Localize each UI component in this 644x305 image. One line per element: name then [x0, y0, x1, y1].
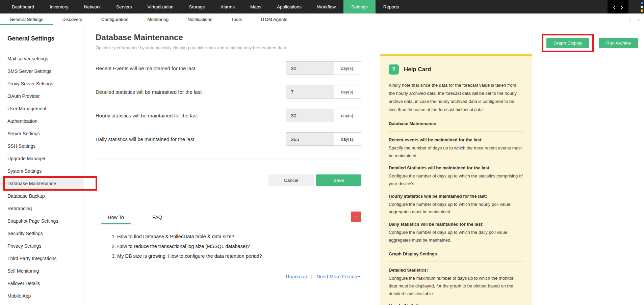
nav-item-dashboard[interactable]: Dashboard [4, 0, 42, 13]
need-more-features-link[interactable]: Need More Features [316, 274, 361, 279]
help-entry-title: Hourly Statistics: [389, 303, 523, 305]
collapse-section-button[interactable]: – [351, 212, 361, 222]
nav-item-workflow[interactable]: Workflow [309, 0, 343, 13]
nav-item-applications[interactable]: Applications [269, 0, 309, 13]
sidebar-item-self-monitoring[interactable]: Self Monitoring [0, 265, 83, 277]
save-button[interactable]: Save [316, 174, 361, 186]
subnav-item-itom-agents[interactable]: ITOM Agents [251, 13, 297, 25]
help-card-divider [389, 261, 523, 262]
sidebar-item-snapshot-page-settings[interactable]: Snapshot Page Settings [0, 215, 83, 227]
help-entry-detailed-statistics: Detailed Statistics will be maintained f… [389, 165, 523, 188]
daily-statistics-days-input[interactable] [286, 132, 334, 146]
tab-how-to[interactable]: How To [101, 215, 131, 224]
help-entry-body: Specify the number of days up to which t… [389, 144, 523, 160]
nav-item-storage[interactable]: Storage [181, 0, 213, 13]
sidebar-item-security-settings[interactable]: Security Settings [0, 227, 83, 240]
nav-item-servers[interactable]: Servers [108, 0, 140, 13]
annotation-box-graph-display: Graph Display [542, 34, 594, 52]
chevron-left-icon[interactable]: ‹ [613, 4, 615, 10]
sidebar-item-failover-details[interactable]: Failover Details [0, 277, 83, 289]
how-to-question-3[interactable]: 3.My DB size is growing. How to configur… [112, 253, 361, 259]
tab-faq[interactable]: FAQ [146, 215, 169, 224]
sidebar-item-database-backup[interactable]: Database Backup [0, 190, 83, 202]
days-unit-label: day(s). [334, 109, 361, 122]
form-row-detailed-statistics: Detailed statistics will be maintained f… [96, 85, 361, 99]
how-to-question-list: 1.How to find Database & PolledData tabl… [96, 234, 361, 259]
nav-item-reports[interactable]: Reports [376, 0, 407, 13]
subnav-item-discovery[interactable]: Discovery [53, 13, 92, 25]
sidebar-item-proxy-server-settings[interactable]: Proxy Server Settings [0, 77, 83, 90]
nav-item-virtualization[interactable]: Virtualization [140, 0, 181, 13]
question-number: 1. [112, 234, 116, 239]
help-entry-hourly-statistics: Hourly statistics will be maintained for… [389, 193, 523, 216]
help-tab-bar: How To FAQ – [96, 211, 361, 224]
sidebar-item-label: Database Maintenance [7, 181, 56, 186]
help-entry-body: Configure the number of days up to which… [389, 172, 523, 188]
nav-item-inventory[interactable]: Inventory [42, 0, 76, 13]
sidebar-item-mail-server-settings[interactable]: Mail server settings [0, 52, 83, 65]
subnav-item-general-settings[interactable]: General Settings [0, 13, 53, 25]
subnav-item-monitoring[interactable]: Monitoring [138, 13, 178, 25]
sidebar-item-sms-server-settings[interactable]: SMS Server Settings [0, 65, 83, 77]
partial-browser-icon [641, 2, 643, 12]
recent-events-days-input[interactable] [286, 61, 334, 75]
sidebar-item-ssh-settings[interactable]: SSH Settings [0, 140, 83, 152]
field-label: Hourly statistics will be maintained for… [96, 113, 286, 118]
subnav-item-configuration[interactable]: Configuration [92, 13, 138, 25]
chevron-left-icon[interactable]: ‹ [629, 16, 631, 23]
run-archive-button[interactable]: Run Archive [599, 38, 638, 48]
sidebar-item-system-settings[interactable]: System Settings [0, 165, 83, 177]
question-text: My DB size is growing. How to configure … [117, 253, 262, 259]
question-number: 2. [112, 244, 116, 249]
help-card-divider [389, 131, 523, 132]
form-row-daily-statistics: Daily statistics will be maintained for … [96, 132, 361, 146]
form-action-buttons: Cancel Save [96, 174, 361, 186]
nav-item-maps[interactable]: Maps [242, 0, 269, 13]
question-number: 3. [112, 253, 116, 259]
retention-settings-form: Recent Events will be maintained for the… [96, 61, 361, 279]
nav-item-alarms[interactable]: Alarms [213, 0, 242, 13]
sidebar-item-mobile-app[interactable]: Mobile App [0, 289, 83, 302]
sidebar-item-database-maintenance[interactable]: Database Maintenance [0, 177, 83, 190]
settings-sub-navigation: General Settings Discovery Configuration… [0, 13, 644, 25]
chevron-right-icon[interactable]: › [621, 4, 623, 10]
topnav-scroll-arrows: ‹ › [608, 0, 628, 13]
header-divider [96, 55, 638, 55]
sidebar-item-authentication[interactable]: Authentication [0, 115, 83, 127]
sidebar-item-server-settings[interactable]: Server Settings [0, 127, 83, 140]
sidebar-item-oauth-provider[interactable]: OAuth Provider [0, 90, 83, 102]
graph-display-button[interactable]: Graph Display [546, 38, 590, 48]
minus-icon: – [355, 214, 358, 220]
form-row-hourly-statistics: Hourly statistics will be maintained for… [96, 109, 361, 122]
help-entry-title: Daily statistics will be maintained for … [389, 221, 523, 228]
how-to-question-1[interactable]: 1.How to find Database & PolledData tabl… [112, 234, 361, 239]
field-label: Daily statistics will be maintained for … [96, 136, 286, 142]
roadmap-link[interactable]: Roadmap [286, 274, 307, 279]
subnav-item-tools[interactable]: Tools [222, 13, 252, 25]
days-unit-label: day(s). [334, 132, 361, 146]
help-entry-graph-detailed-statistics: Detailed Statistics: Configure the maxim… [389, 267, 523, 298]
field-label: Recent Events will be maintained for the… [96, 65, 286, 71]
help-entry-title: Detailed Statistics: [389, 267, 523, 274]
nav-item-settings[interactable]: Settings [343, 0, 376, 13]
days-unit-label: day(s). [334, 85, 361, 99]
field-label: Detailed statistics will be maintained f… [96, 89, 286, 95]
how-to-question-2[interactable]: 2.How to reduce the transactional log si… [112, 244, 361, 249]
nav-item-network[interactable]: Network [76, 0, 109, 13]
sidebar-item-user-management[interactable]: User Management [0, 102, 83, 115]
sidebar-item-privacy-settings[interactable]: Privacy Settings [0, 240, 83, 252]
subnav-item-notifications[interactable]: Notifications [178, 13, 222, 25]
database-maintenance-content: Database Maintenance Optimize performanc… [84, 26, 644, 305]
help-entry-title: Hourly statistics will be maintained for… [389, 193, 523, 200]
link-separator: | [311, 274, 312, 279]
chevron-right-icon[interactable]: › [637, 16, 639, 23]
hourly-statistics-days-input[interactable] [286, 109, 334, 122]
question-text: How to reduce the transactional log size… [117, 244, 250, 249]
sidebar-item-upgrade-manager[interactable]: Upgrade Manager [0, 152, 83, 165]
cancel-button[interactable]: Cancel [268, 174, 314, 186]
sidebar-item-rebranding[interactable]: Rebranding [0, 202, 83, 215]
form-row-recent-events: Recent Events will be maintained for the… [96, 61, 361, 75]
detailed-statistics-days-input[interactable] [286, 85, 334, 99]
sidebar-item-third-party-integrations[interactable]: Third Party Integrations [0, 252, 83, 265]
help-entry-graph-hourly-statistics: Hourly Statistics: Configure the maximum… [389, 303, 523, 305]
